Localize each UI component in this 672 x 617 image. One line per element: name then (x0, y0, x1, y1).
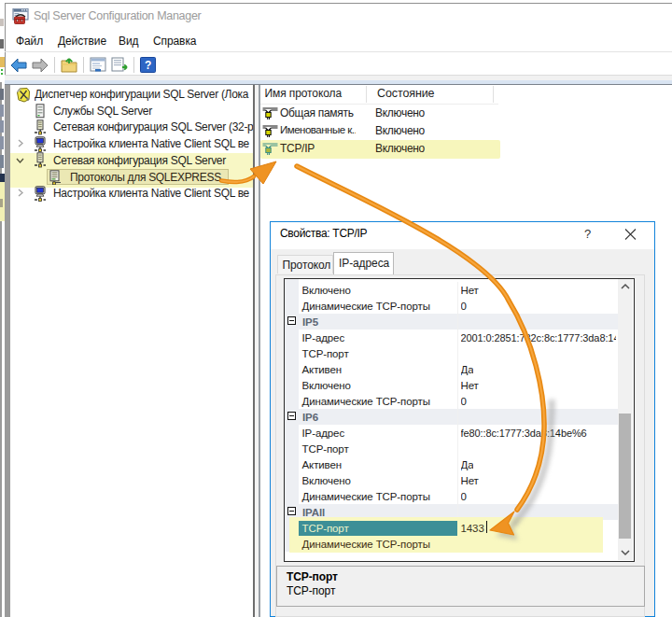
svg-text:?: ? (145, 59, 151, 72)
